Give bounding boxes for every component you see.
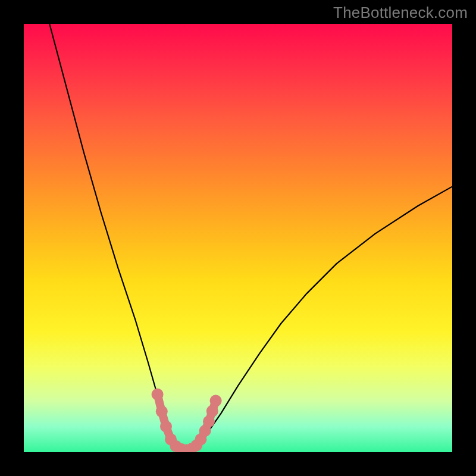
highlight-dot (203, 415, 215, 427)
highlight-dot (210, 395, 222, 407)
chart-frame: TheBottleneck.com (0, 0, 476, 476)
highlight-dot (152, 389, 164, 400)
chart-svg (24, 24, 452, 452)
highlight-dot (160, 421, 172, 433)
bottleneck-curve (49, 24, 452, 450)
valley-highlight (152, 389, 222, 452)
highlight-dot (206, 405, 218, 417)
highlight-dot (156, 406, 168, 418)
watermark-text: TheBottleneck.com (333, 4, 468, 22)
plot-area (24, 24, 452, 452)
